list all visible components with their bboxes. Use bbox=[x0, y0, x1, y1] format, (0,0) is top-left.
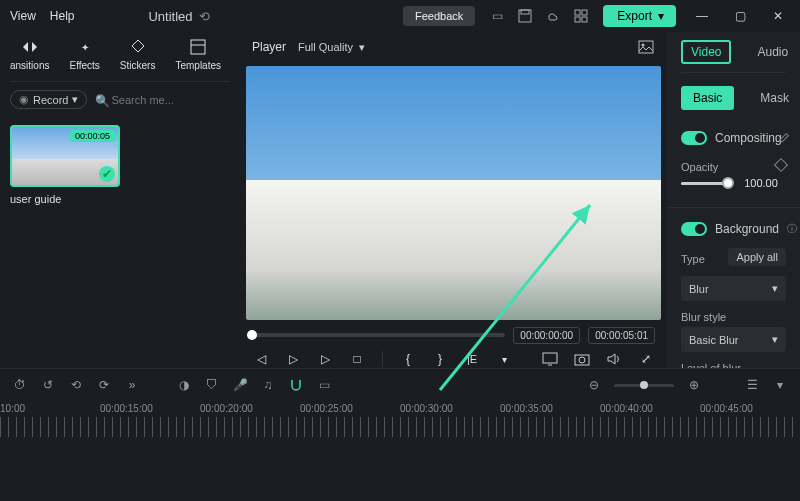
time-current: 00:00:00:00 bbox=[513, 327, 580, 344]
compositing-label: Compositing bbox=[715, 131, 782, 145]
mark-out-icon[interactable]: } bbox=[431, 350, 449, 368]
tool-effects[interactable]: ✦ Effects bbox=[69, 38, 99, 71]
top-menu-bar: View Help Untitled ⟲ Feedback ▭ Export ▾… bbox=[0, 0, 800, 32]
clip-thumbnail: 00:00:05 ✔ bbox=[10, 125, 120, 187]
search-icon: 🔍 bbox=[95, 94, 110, 108]
chevron-down-icon[interactable]: ▾ bbox=[772, 377, 788, 393]
svg-rect-5 bbox=[582, 17, 587, 22]
zoom-in-icon[interactable]: ⊕ bbox=[686, 377, 702, 393]
feedback-button[interactable]: Feedback bbox=[403, 6, 475, 26]
background-toggle[interactable] bbox=[681, 222, 707, 236]
tool-transitions[interactable]: ansitions bbox=[10, 38, 49, 71]
fullscreen-icon[interactable]: ⤢ bbox=[637, 350, 655, 368]
video-preview[interactable] bbox=[246, 66, 661, 320]
svg-rect-1 bbox=[521, 10, 529, 14]
display-icon[interactable] bbox=[541, 350, 559, 368]
tab-audio[interactable]: Audio bbox=[749, 42, 796, 62]
quality-dropdown[interactable]: Full Quality ▾ bbox=[298, 41, 365, 54]
step-back-icon[interactable]: ◁ bbox=[252, 350, 270, 368]
ruler-mark: 00:00:30:00 bbox=[400, 403, 453, 414]
blur-style-label: Blur style bbox=[681, 311, 786, 323]
ruler-mark: 00:00:35:00 bbox=[500, 403, 553, 414]
type-value: Blur bbox=[689, 283, 709, 295]
tool-stickers[interactable]: Stickers bbox=[120, 38, 156, 71]
text-icon[interactable]: |E bbox=[463, 350, 481, 368]
type-label: Type bbox=[681, 253, 705, 265]
timeline-ruler[interactable]: 10:00 00:00:15:00 00:00:20:00 00:00:25:0… bbox=[0, 397, 800, 414]
search-input[interactable] bbox=[95, 92, 249, 108]
chevron-down-icon: ▾ bbox=[658, 9, 664, 23]
chevron-down-icon[interactable]: ▾ bbox=[495, 350, 513, 368]
player-label: Player bbox=[252, 40, 286, 54]
svg-rect-4 bbox=[575, 17, 580, 22]
redo-left-icon[interactable]: ⟲ bbox=[68, 377, 84, 393]
progress-knob[interactable] bbox=[247, 330, 257, 340]
save-icon[interactable] bbox=[517, 8, 533, 24]
undo-icon[interactable]: ↺ bbox=[40, 377, 56, 393]
compositing-toggle[interactable] bbox=[681, 131, 707, 145]
menu-help[interactable]: Help bbox=[50, 9, 75, 23]
top-action-icons: ▭ bbox=[489, 8, 589, 24]
tool-templates[interactable]: Templates bbox=[175, 38, 221, 71]
opacity-value[interactable]: 100.00 bbox=[736, 177, 786, 189]
window-minimize[interactable]: — bbox=[690, 4, 714, 28]
snapshot-icon[interactable] bbox=[573, 350, 591, 368]
property-tabs: Video Audio Color S › bbox=[681, 32, 786, 73]
window-close[interactable]: ✕ bbox=[766, 4, 790, 28]
zoom-out-icon[interactable]: ⊖ bbox=[586, 377, 602, 393]
volume-icon[interactable] bbox=[605, 350, 623, 368]
music-icon[interactable]: ♫ bbox=[260, 377, 276, 393]
opacity-row: Opacity bbox=[681, 151, 786, 173]
apply-all-button[interactable]: Apply all bbox=[728, 248, 786, 266]
ruler-mark: 00:00:20:00 bbox=[200, 403, 253, 414]
play-icon[interactable]: ▷ bbox=[284, 350, 302, 368]
export-button[interactable]: Export ▾ bbox=[603, 5, 676, 27]
timer-icon[interactable]: ⏱ bbox=[12, 377, 28, 393]
document-title: Untitled ⟲ bbox=[148, 9, 209, 24]
chevron-down-icon: ▾ bbox=[359, 41, 365, 54]
mic-icon[interactable]: 🎤 bbox=[232, 377, 248, 393]
opacity-slider[interactable] bbox=[681, 182, 728, 185]
help-icon[interactable]: ⓘ bbox=[787, 222, 797, 236]
menu-view[interactable]: View bbox=[10, 9, 36, 23]
stickers-icon bbox=[129, 38, 147, 56]
history-icon[interactable]: ⟲ bbox=[199, 9, 210, 24]
window-maximize[interactable]: ▢ bbox=[728, 4, 752, 28]
title-text: Untitled bbox=[148, 9, 192, 24]
frame-icon[interactable]: ▭ bbox=[316, 377, 332, 393]
subtab-basic[interactable]: Basic bbox=[681, 86, 734, 110]
mark-in-icon[interactable]: { bbox=[399, 350, 417, 368]
zoom-slider[interactable] bbox=[614, 384, 674, 387]
keyframe-icon[interactable] bbox=[774, 158, 788, 172]
quality-value: Full Quality bbox=[298, 41, 353, 53]
progress-slider[interactable] bbox=[252, 333, 505, 337]
slider-knob[interactable] bbox=[722, 177, 734, 189]
media-sidebar: ansitions ✦ Effects Stickers Templates ◉… bbox=[0, 32, 240, 368]
cloud-icon[interactable] bbox=[545, 8, 561, 24]
tab-video[interactable]: Video bbox=[681, 40, 731, 64]
opacity-slider-row: 100.00 bbox=[681, 173, 786, 199]
shield-icon[interactable]: ⛉ bbox=[204, 377, 220, 393]
blur-style-dropdown[interactable]: Basic Blur ▾ bbox=[681, 327, 786, 352]
subtab-mask[interactable]: Mask bbox=[750, 88, 799, 108]
record-button[interactable]: ◉ Record ▾ bbox=[10, 90, 87, 109]
overflow-icon[interactable]: » bbox=[124, 377, 140, 393]
magnet-icon[interactable] bbox=[288, 377, 304, 393]
blur-style-value: Basic Blur bbox=[689, 334, 739, 346]
ruler-mark: 00:00:40:00 bbox=[600, 403, 653, 414]
grid-icon[interactable] bbox=[573, 8, 589, 24]
type-dropdown[interactable]: Blur ▾ bbox=[681, 276, 786, 301]
media-clip[interactable]: 00:00:05 ✔ user guide bbox=[10, 125, 120, 205]
redo-right-icon[interactable]: ⟳ bbox=[96, 377, 112, 393]
tool-label: ansitions bbox=[10, 60, 49, 71]
divider bbox=[667, 207, 800, 208]
record-label: Record bbox=[33, 94, 68, 106]
ruler-mark: 00:00:45:00 bbox=[700, 403, 753, 414]
device-icon[interactable]: ▭ bbox=[489, 8, 505, 24]
play-next-icon[interactable]: ▷ bbox=[316, 350, 334, 368]
effects-icon: ✦ bbox=[76, 38, 94, 56]
list-icon[interactable]: ☰ bbox=[744, 377, 760, 393]
stop-icon[interactable]: □ bbox=[348, 350, 366, 368]
image-icon[interactable] bbox=[637, 38, 655, 56]
marker-icon[interactable]: ◑ bbox=[176, 377, 192, 393]
